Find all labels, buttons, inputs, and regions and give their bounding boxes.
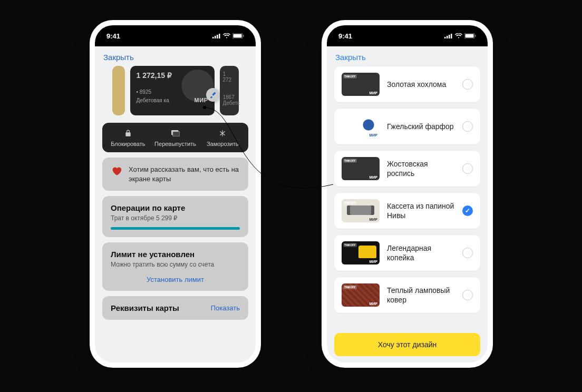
design-option[interactable]: TINKOFFГжельский фарфор (334, 109, 480, 144)
design-thumbnail: TINKOFF (342, 199, 380, 222)
design-option[interactable]: TINKOFFЗолотая хохлома (334, 66, 480, 102)
design-thumbnail: TINKOFF (342, 157, 380, 180)
peek-last4: 1867 (223, 94, 236, 100)
card-last4: • 8925 (137, 89, 208, 95)
requisites-panel[interactable]: Реквизиты карты Показать (102, 296, 248, 320)
battery-icon (464, 33, 476, 38)
design-option[interactable]: TINKOFFКассета из папиной Нивы (334, 193, 480, 229)
status-time: 9:41 (106, 32, 120, 40)
svg-rect-3 (219, 34, 220, 38)
thumb-brand: TINKOFF (343, 243, 357, 247)
thumb-brand: TINKOFF (343, 159, 357, 163)
design-thumbnail: TINKOFF (342, 73, 380, 96)
design-label: Жостовская роспись (387, 159, 455, 178)
action-reissue[interactable]: Перевыпустить (152, 128, 199, 147)
limit-panel: Лимит не установлен Можно тратить всю су… (102, 242, 248, 291)
heart-icon (111, 165, 122, 177)
design-label: Золотая хохлома (387, 80, 455, 89)
set-limit-button[interactable]: Установить лимит (111, 276, 240, 283)
reissue-icon (171, 130, 180, 136)
svg-rect-15 (475, 35, 476, 37)
design-radio[interactable] (462, 290, 473, 300)
design-thumbnail: TINKOFF (342, 241, 380, 264)
battery-icon (232, 33, 244, 38)
design-radio[interactable] (462, 79, 473, 90)
peek-balance: 1 272 (223, 71, 236, 83)
design-option[interactable]: TINKOFFЖостовская роспись (334, 151, 480, 187)
wifi-icon (223, 33, 230, 38)
design-thumbnail: TINKOFF (342, 283, 380, 307)
card-peek-next[interactable]: 1 272 1867 Дебетс (220, 66, 239, 115)
peek-type: Дебетс (223, 100, 236, 106)
card-peek-prev[interactable] (112, 66, 125, 115)
limit-title: Лимит не установлен (111, 250, 240, 259)
action-block[interactable]: Блокировать (104, 128, 152, 147)
svg-rect-6 (243, 35, 244, 37)
design-label: Легендарная копейка (387, 243, 455, 262)
hint-panel[interactable]: Хотим рассказать вам, что есть на экране… (102, 158, 248, 191)
svg-rect-12 (451, 34, 452, 38)
svg-rect-10 (447, 36, 448, 38)
design-radio[interactable] (462, 163, 473, 174)
operations-title: Операции по карте (111, 203, 240, 212)
card-type: Дебетовая ка (137, 97, 169, 103)
svg-rect-5 (234, 34, 242, 38)
svg-rect-14 (465, 34, 474, 38)
operations-progress (111, 227, 240, 230)
card-actions: Блокировать Перевыпустить Заморозить (102, 123, 248, 152)
design-label: Гжельский фарфор (387, 122, 455, 131)
wifi-icon (455, 33, 462, 38)
card-scheme: МИР (195, 97, 208, 103)
svg-rect-1 (215, 36, 216, 38)
operations-subtitle: Трат в октябре 5 299 ₽ (111, 214, 240, 222)
thumb-brand: TINKOFF (343, 285, 357, 289)
operations-panel[interactable]: Операции по карте Трат в октябре 5 299 ₽ (102, 196, 248, 237)
design-radio[interactable] (462, 205, 473, 216)
hint-text: Хотим рассказать вам, что есть на экране… (129, 165, 240, 183)
svg-rect-2 (217, 35, 218, 38)
requisites-show-button[interactable]: Показать (211, 304, 240, 312)
phone-card-details: 9:41 Закрыть 1 272,15 ₽ • 8925 Дебетовая… (90, 20, 261, 368)
phone-design-picker: 9:41 Закрыть TINKOFFЗолотая хохломаTINKO… (322, 20, 493, 368)
thumb-brand: TINKOFF (343, 74, 357, 79)
thumb-brand: TINKOFF (343, 201, 357, 205)
svg-rect-8 (172, 132, 179, 136)
close-button[interactable]: Закрыть (327, 46, 374, 64)
design-label: Теплый ламповый ковер (387, 286, 455, 305)
status-time: 9:41 (338, 32, 352, 40)
card-balance: 1 272,15 ₽ (137, 71, 208, 80)
card-main[interactable]: 1 272,15 ₽ • 8925 Дебетовая ка МИР (130, 66, 215, 115)
requisites-title: Реквизиты карты (111, 303, 179, 312)
apply-design-button[interactable]: Хочу этот дизайн (334, 333, 480, 356)
close-button[interactable]: Закрыть (95, 46, 142, 64)
design-label: Кассета из папиной Нивы (387, 201, 455, 220)
device-notch (136, 25, 215, 39)
snowflake-icon (219, 130, 226, 137)
action-block-label: Блокировать (111, 141, 145, 147)
limit-subtitle: Можно тратить всю сумму со счета (111, 261, 240, 268)
svg-rect-0 (212, 37, 214, 38)
svg-rect-11 (449, 35, 450, 38)
brush-icon (209, 91, 217, 99)
design-thumbnail: TINKOFF (342, 115, 380, 138)
design-radio[interactable] (462, 248, 473, 258)
card-carousel[interactable]: 1 272,15 ₽ • 8925 Дебетовая ка МИР 1 272… (95, 64, 256, 120)
thumb-brand: TINKOFF (343, 116, 357, 121)
design-radio[interactable] (462, 121, 473, 132)
device-notch (368, 25, 447, 39)
lock-icon (124, 130, 132, 137)
action-reissue-label: Перевыпустить (154, 141, 196, 147)
design-list[interactable]: TINKOFFЗолотая хохломаTINKOFFГжельский ф… (327, 63, 488, 333)
design-option[interactable]: TINKOFFЛегендарная копейка (334, 235, 480, 271)
action-freeze-label: Заморозить (207, 141, 239, 147)
edit-design-button[interactable] (206, 88, 220, 102)
svg-rect-9 (444, 37, 446, 38)
action-freeze[interactable]: Заморозить (199, 128, 246, 147)
design-option[interactable]: TINKOFFТеплый ламповый ковер (334, 277, 480, 313)
